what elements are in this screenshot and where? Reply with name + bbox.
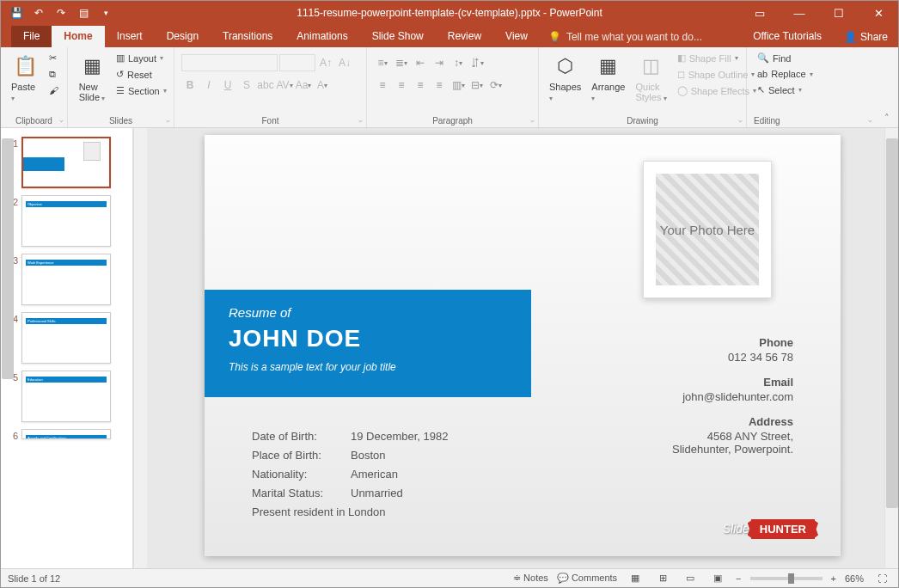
char-spacing-button[interactable]: AV [276, 77, 293, 94]
minimize-button[interactable]: — [780, 1, 819, 25]
format-painter-button[interactable]: 🖌 [46, 83, 62, 97]
tab-review[interactable]: Review [436, 26, 493, 47]
numbering-button[interactable]: ≣ [393, 54, 410, 71]
tab-file[interactable]: File [11, 26, 52, 47]
decrease-indent-button[interactable]: ⇤ [412, 54, 429, 71]
shapes-button[interactable]: ⬡Shapes [546, 51, 584, 104]
underline-button[interactable]: U [219, 77, 236, 94]
group-font-label: Font [181, 116, 359, 126]
italic-button[interactable]: I [200, 77, 217, 94]
save-icon[interactable]: 💾 [6, 3, 27, 22]
tab-design[interactable]: Design [155, 26, 211, 47]
thumb-5[interactable]: 5 Education [6, 371, 127, 422]
thumb-6[interactable]: 6 Awards and Certifications [6, 429, 127, 441]
tab-slideshow[interactable]: Slide Show [360, 26, 436, 47]
thumb-2[interactable]: 2 Objective [6, 195, 127, 247]
maximize-button[interactable]: ☐ [819, 1, 859, 25]
bold-button[interactable]: B [181, 77, 199, 94]
reading-view-icon[interactable]: ▭ [681, 571, 700, 586]
change-case-button[interactable]: Aa [295, 77, 312, 94]
fit-to-window-icon[interactable]: ⛶ [872, 571, 891, 586]
align-text-button[interactable]: ⊟ [468, 77, 486, 94]
zoom-in-button[interactable]: + [831, 573, 836, 584]
logo-text-1: Slide [723, 522, 749, 536]
group-paragraph-label: Paragraph [374, 116, 531, 126]
thumbnail-panel[interactable]: 1 2 Objective 3 Work Experience 4 Profes… [1, 128, 133, 568]
section-button[interactable]: ☰Section [113, 83, 170, 98]
share-button[interactable]: 👤Share [834, 27, 898, 47]
group-editing-label: Editing [754, 116, 869, 126]
redo-icon[interactable]: ↷ [51, 3, 71, 22]
increase-font-icon[interactable]: A↑ [317, 54, 334, 71]
normal-view-icon[interactable]: ▦ [626, 571, 645, 586]
shape-outline-label: Shape Outline [688, 70, 749, 80]
tab-home[interactable]: Home [52, 26, 104, 47]
bullets-button[interactable]: ≡ [374, 54, 391, 71]
font-name-input[interactable] [181, 54, 278, 71]
quick-styles-button[interactable]: ◫Quick Styles [632, 51, 670, 104]
slide-counter[interactable]: Slide 1 of 12 [8, 573, 60, 584]
font-size-input[interactable] [279, 54, 315, 71]
photo-placeholder[interactable]: Your Photo Here [643, 161, 772, 298]
thumb-1[interactable]: 1 [6, 137, 127, 188]
justify-button[interactable]: ≡ [431, 77, 448, 94]
align-center-button[interactable]: ≡ [393, 77, 410, 94]
reset-button[interactable]: ↺Reset [113, 67, 170, 82]
replace-button[interactable]: abReplace [754, 67, 816, 81]
bulb-icon: 💡 [548, 31, 561, 43]
align-left-button[interactable]: ≡ [374, 77, 391, 94]
collapse-ribbon-icon[interactable]: ˄ [876, 47, 898, 127]
sorter-view-icon[interactable]: ⊞ [653, 571, 672, 586]
thumb-4[interactable]: 4 Professional Skills [6, 312, 127, 364]
slideshow-view-icon[interactable]: ▣ [708, 571, 727, 586]
layout-button[interactable]: ▥Layout [113, 51, 170, 65]
canvas-scrollbar[interactable] [884, 128, 898, 568]
decrease-font-icon[interactable]: A↓ [336, 54, 353, 71]
line-spacing-button[interactable]: ↕ [450, 54, 467, 71]
title-box[interactable]: Resume of JOHN DOE This is a sample text… [205, 290, 531, 397]
arrange-button[interactable]: ▦Arrange [588, 51, 628, 104]
increase-indent-button[interactable]: ⇥ [431, 54, 448, 71]
tab-view[interactable]: View [493, 26, 540, 47]
comments-button[interactable]: 💬 Comments [557, 573, 617, 584]
comments-label: Comments [572, 573, 617, 583]
cut-button[interactable]: ✂ [46, 51, 62, 65]
zoom-slider[interactable] [750, 577, 823, 580]
paste-button[interactable]: 📋Paste [8, 51, 42, 104]
slide[interactable]: Your Photo Here Resume of JOHN DOE This … [205, 135, 841, 556]
reset-label: Reset [127, 70, 152, 80]
shadow-button[interactable]: abc [257, 77, 274, 94]
text-direction-button[interactable]: ⮃ [468, 54, 486, 71]
personal-details[interactable]: Date of Birth:19 December, 1982 Place of… [252, 427, 448, 522]
tab-insert[interactable]: Insert [105, 26, 155, 47]
tab-transitions[interactable]: Transitions [211, 26, 284, 47]
cursor-icon: ↖ [757, 84, 765, 95]
find-button[interactable]: 🔍Find [754, 51, 816, 65]
undo-icon[interactable]: ↶ [28, 3, 49, 22]
thumbs-scrollbar[interactable] [133, 128, 147, 568]
marital-label: Marital Status: [252, 484, 351, 503]
font-color-button[interactable]: A [314, 77, 331, 94]
smartart-button[interactable]: ⟳ [487, 77, 505, 94]
start-from-beginning-icon[interactable]: ▤ [73, 3, 94, 22]
copy-button[interactable]: ⧉ [46, 67, 62, 82]
person-name: JOHN DOE [229, 325, 507, 352]
slide-canvas-area[interactable]: Your Photo Here Resume of JOHN DOE This … [147, 128, 898, 568]
contact-details[interactable]: Phone 012 34 56 78 Email john@slidehunte… [672, 324, 793, 456]
align-right-button[interactable]: ≡ [412, 77, 429, 94]
qat-dropdown-icon[interactable]: ▾ [95, 3, 116, 22]
select-label: Select [768, 85, 795, 95]
tab-tutorials[interactable]: Office Tutorials [741, 26, 834, 47]
select-button[interactable]: ↖Select [754, 83, 816, 97]
columns-button[interactable]: ▥ [450, 77, 467, 94]
ribbon-options-icon[interactable]: ▭ [740, 1, 780, 25]
zoom-out-button[interactable]: − [736, 573, 741, 584]
new-slide-button[interactable]: ▦New Slide [75, 51, 109, 104]
thumb-3[interactable]: 3 Work Experience [6, 254, 127, 305]
tell-me-search[interactable]: 💡Tell me what you want to do... [540, 27, 711, 47]
zoom-level[interactable]: 66% [845, 573, 864, 584]
strikethrough-button[interactable]: S [238, 77, 255, 94]
notes-button[interactable]: ≑ Notes [513, 573, 548, 584]
tab-animations[interactable]: Animations [284, 26, 359, 47]
close-button[interactable]: ✕ [859, 1, 898, 25]
